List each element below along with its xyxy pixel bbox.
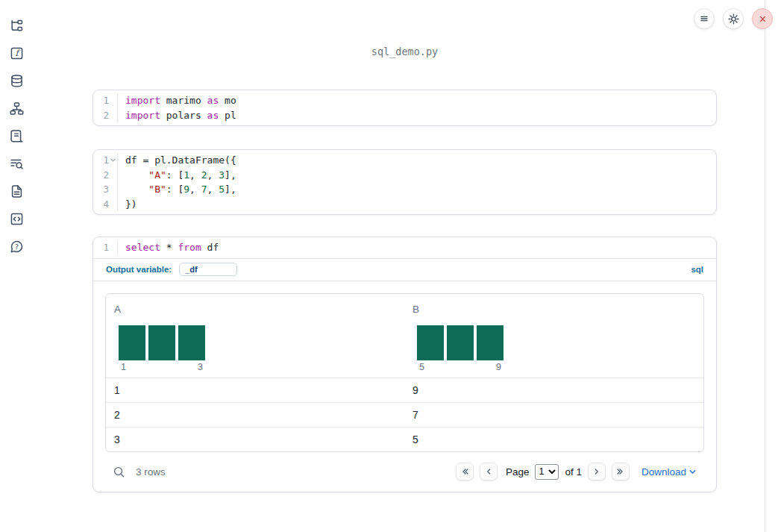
code-cell-dataframe: 1 df = pl.DataFrame({ 2 "A": [1, 2, 3], …: [92, 149, 717, 215]
code-line: 4 }): [93, 197, 716, 212]
table-cell: 5: [404, 434, 703, 445]
download-button[interactable]: Download: [641, 466, 697, 478]
table-cell: 9: [404, 384, 703, 396]
code-token: ,: [189, 184, 201, 195]
sql-editor[interactable]: 1 select * from df: [93, 237, 716, 258]
last-page-button[interactable]: [612, 463, 630, 481]
chevrons-left-icon: [460, 467, 469, 476]
code-line: 1 import marimo as mo: [93, 93, 716, 108]
code-editor[interactable]: 1 df = pl.DataFrame({ 2 "A": [1, 2, 3], …: [93, 150, 716, 214]
scroll-icon: [10, 129, 24, 143]
code-token: as: [207, 95, 219, 106]
code-token: ],: [225, 169, 236, 181]
code-editor[interactable]: 1 import marimo as mo 2 import polars as…: [93, 90, 716, 125]
page-label: Page: [506, 466, 530, 478]
column-histogram: 1 3: [119, 325, 205, 372]
file-tree-icon: [10, 19, 24, 33]
sidebar-item-scratchpad[interactable]: [9, 211, 24, 226]
code-token: ,: [189, 169, 201, 181]
sidebar-item-dependency-graph[interactable]: [9, 101, 24, 116]
sidebar-item-logs[interactable]: [9, 128, 24, 143]
svg-text:f: f: [15, 48, 20, 58]
close-icon: [757, 13, 768, 25]
code-token: df: [201, 242, 219, 253]
histogram-bar: [119, 325, 145, 360]
code-line: 3 "B": [9, 7, 5],: [93, 182, 716, 197]
code-line-text: import marimo as mo: [118, 93, 236, 108]
chevron-down-icon: [688, 468, 697, 476]
histogram-max-label: 9: [496, 362, 501, 372]
sidebar-item-variables[interactable]: f: [9, 46, 24, 60]
fold-chevron-icon[interactable]: [110, 157, 116, 163]
code-line-text: select * from df: [118, 240, 219, 255]
database-icon: [10, 74, 24, 88]
settings-button[interactable]: [723, 8, 744, 29]
code-line: 1 select * from df: [93, 240, 716, 255]
line-gutter: 1: [93, 240, 118, 255]
code-token: as: [207, 110, 219, 121]
pagination-controls: Page 1 of 1: [456, 463, 704, 481]
line-gutter: 3: [93, 182, 118, 197]
code-line-text: df = pl.DataFrame({: [118, 153, 236, 168]
sql-output-area: A 1 3: [93, 281, 716, 492]
histogram-bar: [477, 325, 503, 360]
first-page-button[interactable]: [456, 463, 474, 481]
code-token: ],: [225, 184, 236, 195]
column-label[interactable]: B: [412, 304, 419, 315]
line-gutter: 1: [93, 153, 118, 168]
sidebar-item-documentation[interactable]: [9, 184, 24, 198]
histogram-min-label: 5: [419, 362, 424, 372]
sidebar-item-data-sources[interactable]: [9, 73, 24, 88]
table-footer: 3 rows Page 1: [105, 452, 704, 492]
row-count: 3 rows: [136, 466, 166, 478]
notebook-area: sql_demo.py 1 import marimo as mo 2 impo…: [92, 0, 717, 492]
line-number: 3: [103, 182, 109, 197]
notebook-filename: sql_demo.py: [92, 0, 717, 57]
table-header: A 1 3: [106, 294, 703, 378]
file-text-icon: [10, 184, 24, 198]
output-variable-label: Output variable:: [106, 265, 172, 274]
table-search-button[interactable]: [113, 465, 126, 478]
function-square-icon: f: [10, 46, 24, 60]
code-token: ,: [207, 169, 219, 181]
code-line: 1 df = pl.DataFrame({: [93, 153, 716, 168]
notebook-menu-button[interactable]: [694, 8, 715, 29]
code-token: : [: [166, 184, 183, 195]
line-number: 1: [103, 240, 109, 255]
previous-page-button[interactable]: [480, 463, 498, 481]
table-row: 2 7: [106, 402, 703, 427]
code-token: 3: [219, 169, 225, 181]
next-page-button[interactable]: [588, 463, 606, 481]
code-line-text: "B": [9, 7, 5],: [118, 182, 236, 197]
language-badge: sql: [691, 265, 703, 274]
line-gutter: 1: [93, 93, 118, 108]
chevron-right-icon: [592, 467, 601, 476]
column-label[interactable]: A: [114, 304, 121, 315]
output-variable-input[interactable]: [179, 263, 237, 276]
histogram-bar: [417, 325, 444, 360]
table-row: 3 5: [106, 427, 703, 451]
sidebar-item-file-explorer[interactable]: [9, 18, 24, 33]
code-token: marimo: [160, 95, 207, 106]
line-number: 1: [103, 93, 109, 108]
sidebar-item-snippets[interactable]: [9, 156, 24, 171]
histogram-bar: [148, 325, 175, 360]
table-row: 1 9: [106, 378, 703, 402]
sql-cell: 1 select * from df Output variable: sql …: [92, 237, 717, 492]
line-gutter: 2: [93, 168, 118, 183]
dependency-graph-icon: [10, 101, 24, 116]
line-gutter: 4: [93, 197, 118, 212]
helper-panel-sidebar: f: [0, 0, 33, 254]
output-variable-row: Output variable: sql: [93, 258, 716, 281]
shutdown-button[interactable]: [752, 8, 773, 29]
page-select[interactable]: 1: [535, 464, 559, 480]
code-token: "B": [148, 184, 166, 195]
code-cell-imports: 1 import marimo as mo 2 import polars as…: [92, 90, 717, 126]
code-token: from: [178, 242, 201, 253]
chevrons-right-icon: [616, 467, 625, 476]
sidebar-item-help[interactable]: ?: [9, 239, 24, 254]
svg-text:?: ?: [14, 242, 18, 250]
code-token: pl: [219, 110, 236, 121]
column-header-a: A 1 3: [106, 294, 404, 378]
code-token: 2: [201, 169, 207, 181]
